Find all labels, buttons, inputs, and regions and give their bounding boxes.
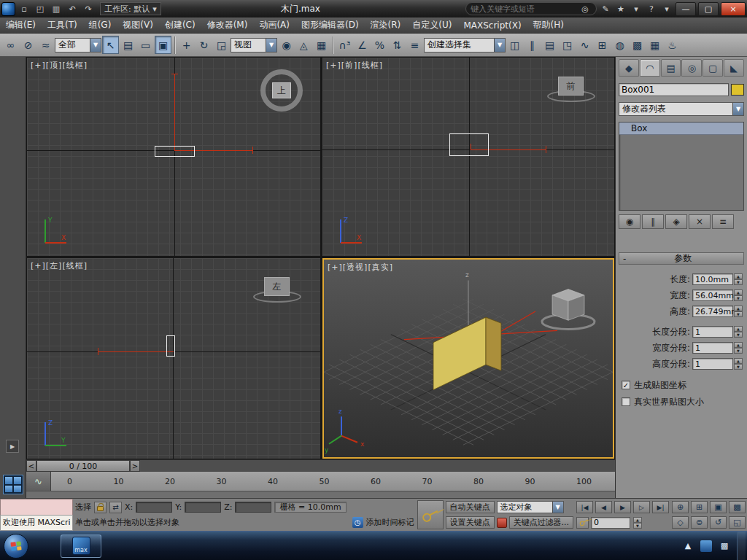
hidden-icons-button[interactable]: ▲ xyxy=(682,540,694,552)
maximize-button[interactable]: ▢ xyxy=(698,2,719,16)
tab-hierarchy[interactable]: ▤ xyxy=(661,59,681,77)
selected-box-wireframe[interactable] xyxy=(449,133,489,156)
time-tag-icon[interactable]: ◷ xyxy=(352,517,363,528)
perspective-scene[interactable]: z xyxy=(324,260,613,457)
current-frame-field[interactable] xyxy=(591,517,630,529)
select-object-button[interactable]: ↖ xyxy=(102,36,119,54)
play-button[interactable]: ▶ xyxy=(614,501,631,513)
layout-tab-expand-button[interactable]: ▶ xyxy=(6,440,19,453)
workspace-dropdown[interactable]: 工作区: 默认 ▾ xyxy=(100,2,161,15)
height-spinner[interactable]: ▲▼ xyxy=(734,306,743,317)
zoom-all-button[interactable]: ⊞ xyxy=(691,501,708,513)
menu-create[interactable]: 创建(C) xyxy=(159,19,201,31)
mirror-button[interactable]: ◫ xyxy=(506,36,523,54)
align-button[interactable]: ∥ xyxy=(524,36,541,54)
viewcube[interactable]: 左 xyxy=(253,277,301,308)
key-mode-toggle-button[interactable] xyxy=(576,517,589,529)
field-of-view-button[interactable]: ◇ xyxy=(672,516,689,529)
select-and-link-button[interactable]: ∞ xyxy=(2,36,19,54)
track-bar[interactable]: ∿ 0 10 20 30 40 50 60 70 80 90 100 xyxy=(26,472,615,491)
length-field[interactable]: 10.0mm xyxy=(692,273,733,285)
select-by-name-button[interactable]: ▤ xyxy=(120,36,136,54)
unlink-selection-button[interactable]: ⊘ xyxy=(20,36,36,54)
render-setup-button[interactable]: ▩ xyxy=(629,36,646,54)
macro-recorder-lane[interactable] xyxy=(0,499,73,515)
angle-snap-button[interactable]: ∠ xyxy=(354,36,371,54)
show-desktop-button[interactable] xyxy=(737,532,746,560)
select-and-move-button[interactable]: + xyxy=(178,36,195,54)
undo-button[interactable]: ↶ xyxy=(65,2,80,15)
menu-customize[interactable]: 自定义(U) xyxy=(406,19,457,31)
save-file-button[interactable]: ▥ xyxy=(49,2,63,15)
keyboard-override-button[interactable]: ▦ xyxy=(313,36,330,54)
width-spinner[interactable]: ▲▼ xyxy=(734,289,743,301)
next-frame-button[interactable]: > xyxy=(130,460,140,472)
viewcube-face[interactable]: 左 xyxy=(264,277,290,296)
select-and-rotate-button[interactable]: ↻ xyxy=(196,36,212,54)
named-selection-dropdown[interactable]: 创建选择集 ▼ xyxy=(424,38,506,52)
time-slider-handle[interactable]: 0 / 100 xyxy=(36,460,130,472)
tab-create[interactable]: ◆ xyxy=(619,59,639,77)
remove-modifier-button[interactable]: × xyxy=(689,214,711,229)
object-name-field[interactable] xyxy=(619,83,729,96)
length-segs-spinner[interactable]: ▲▼ xyxy=(734,326,743,338)
viewport-perspective-label[interactable]: [+][透视][真实] xyxy=(328,262,393,273)
make-unique-button[interactable]: ◈ xyxy=(665,214,687,229)
listener-lane[interactable]: 欢迎使用 MAXScri xyxy=(0,515,73,532)
menu-rendering[interactable]: 渲染(R) xyxy=(365,19,407,31)
length-spinner[interactable]: ▲▼ xyxy=(734,273,743,285)
tab-display[interactable]: ▢ xyxy=(703,59,723,77)
open-file-button[interactable]: ◰ xyxy=(33,2,47,15)
viewcube[interactable]: 上 xyxy=(260,69,303,112)
material-editor-button[interactable]: ◍ xyxy=(611,36,628,54)
z-coordinate-field[interactable] xyxy=(235,502,271,513)
width-field[interactable]: 56.04mm xyxy=(692,289,733,301)
selection-region-button[interactable]: ▭ xyxy=(137,36,154,54)
go-to-end-button[interactable]: ▶| xyxy=(652,501,669,513)
viewport-layout-tab[interactable] xyxy=(3,475,23,494)
network-icon[interactable]: ▩ xyxy=(719,540,730,552)
bind-to-space-warp-button[interactable]: ≈ xyxy=(37,36,54,54)
width-segs-field[interactable]: 1 xyxy=(692,342,733,354)
favorites-icon[interactable]: ★ xyxy=(614,2,627,15)
start-button[interactable] xyxy=(4,534,28,559)
maximize-viewport-button[interactable]: ◱ xyxy=(729,516,746,529)
height-segs-spinner[interactable]: ▲▼ xyxy=(734,358,743,370)
selection-filter-dropdown[interactable]: 全部 ▼ xyxy=(55,38,101,52)
pin-stack-button[interactable]: ◉ xyxy=(619,214,640,229)
redo-button[interactable]: ↷ xyxy=(81,2,96,15)
taskbar-3dsmax-button[interactable]: max xyxy=(61,534,101,558)
viewport-left-label[interactable]: [+][左][线框] xyxy=(31,260,88,271)
tray-app-icon[interactable] xyxy=(700,540,712,552)
zoom-extents-button[interactable]: ▣ xyxy=(710,501,727,513)
schematic-view-button[interactable]: ⊞ xyxy=(594,36,611,54)
generate-mapping-coords-checkbox[interactable]: ✓ xyxy=(622,381,630,389)
minimize-button[interactable]: — xyxy=(676,2,696,16)
previous-frame-button[interactable]: < xyxy=(26,460,36,472)
spinner-snap-button[interactable]: ⇅ xyxy=(389,36,406,54)
next-key-button[interactable]: ▷ xyxy=(633,501,650,513)
show-end-result-button[interactable]: ∥ xyxy=(642,214,664,229)
x-coordinate-field[interactable] xyxy=(136,502,172,513)
chevron-down-icon[interactable]: ▾ xyxy=(630,2,643,15)
selected-box-wireframe[interactable] xyxy=(155,146,195,157)
height-segs-field[interactable]: 1 xyxy=(692,358,733,370)
use-pivot-center-button[interactable]: ◉ xyxy=(278,36,295,54)
viewport-perspective[interactable]: [+][透视][真实] z xyxy=(322,258,614,459)
zoom-extents-all-button[interactable]: ▩ xyxy=(729,501,746,513)
window-crossing-button[interactable]: ▣ xyxy=(155,36,171,54)
go-to-start-button[interactable]: |◀ xyxy=(576,501,593,513)
viewport-front[interactable]: [+][前][线框] 前 Z X xyxy=(322,58,614,256)
previous-key-button[interactable]: ◀ xyxy=(595,501,612,513)
set-key-button[interactable]: 设置关键点 xyxy=(446,516,495,529)
add-time-tag-button[interactable]: 添加时间标记 xyxy=(366,517,414,528)
selected-box-wireframe[interactable] xyxy=(166,335,175,357)
layer-manager-button[interactable]: ▤ xyxy=(541,36,558,54)
select-and-manipulate-button[interactable]: ◬ xyxy=(295,36,312,54)
communication-center-icon[interactable]: ✎ xyxy=(599,2,612,15)
select-and-scale-button[interactable]: ◲ xyxy=(213,36,230,54)
height-field[interactable]: 26.749mm xyxy=(692,306,733,317)
percent-snap-button[interactable]: % xyxy=(371,36,388,54)
pan-button[interactable]: ⊜ xyxy=(691,516,708,529)
real-world-map-size-checkbox[interactable] xyxy=(622,397,630,406)
